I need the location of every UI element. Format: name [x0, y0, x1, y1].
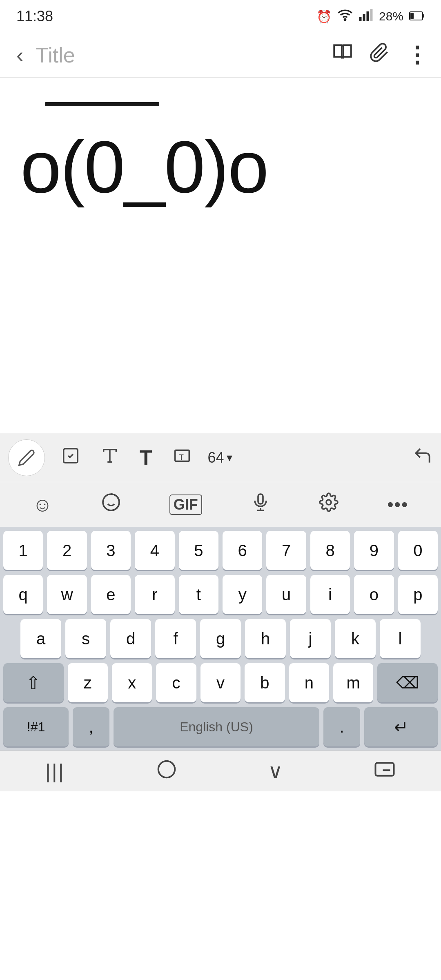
- content-area[interactable]: o(0_0)o: [0, 78, 441, 433]
- key-s[interactable]: s: [65, 619, 106, 658]
- font-size-selector[interactable]: 64 ▾: [208, 449, 232, 466]
- return-key[interactable]: ↵: [364, 707, 438, 746]
- font-size-dropdown-icon: ▾: [227, 451, 232, 464]
- symbols-key[interactable]: !#1: [3, 707, 69, 746]
- number-row: 1 2 3 4 5 6 7 8 9 0: [3, 531, 438, 570]
- status-time: 11:38: [16, 8, 53, 25]
- key-1[interactable]: 1: [3, 531, 43, 570]
- key-8[interactable]: 8: [310, 531, 350, 570]
- key-e[interactable]: e: [91, 575, 131, 614]
- key-x[interactable]: x: [112, 663, 152, 702]
- note-title[interactable]: Title: [36, 43, 75, 67]
- top-bar: ‹ Title ⋮: [0, 33, 441, 78]
- status-icons: ⏰ 28%: [316, 7, 425, 26]
- key-0[interactable]: 0: [398, 531, 438, 570]
- text-format-icon[interactable]: T: [136, 442, 156, 474]
- svg-rect-6: [423, 14, 424, 18]
- svg-point-19: [326, 500, 331, 505]
- bottom-row: !#1 , English (US) . ↵: [3, 707, 438, 746]
- microphone-button[interactable]: [251, 492, 270, 517]
- sticker-button[interactable]: [101, 492, 121, 517]
- key-3[interactable]: 3: [91, 531, 131, 570]
- svg-rect-1: [359, 17, 361, 21]
- period-key[interactable]: .: [323, 707, 360, 746]
- back-button[interactable]: ‹: [12, 39, 27, 71]
- emoji-button[interactable]: ☺: [33, 493, 53, 516]
- keyboard: 1 2 3 4 5 6 7 8 9 0 q w e r t y u i o p …: [0, 527, 441, 751]
- signal-icon: [359, 8, 373, 25]
- keyboard-toolbar: T T 64 ▾: [0, 433, 441, 482]
- svg-point-0: [344, 19, 345, 20]
- backspace-key[interactable]: ⌫: [377, 663, 438, 702]
- keyboard-nav-icon[interactable]: [374, 758, 396, 784]
- key-4[interactable]: 4: [135, 531, 174, 570]
- key-5[interactable]: 5: [179, 531, 218, 570]
- note-content[interactable]: o(0_0)o: [20, 127, 268, 207]
- key-a[interactable]: a: [20, 619, 61, 658]
- key-l[interactable]: l: [380, 619, 421, 658]
- key-b[interactable]: b: [245, 663, 285, 702]
- shift-key[interactable]: ⇧: [3, 663, 64, 702]
- text-size-icon[interactable]: [96, 442, 123, 473]
- key-t[interactable]: t: [179, 575, 218, 614]
- key-r[interactable]: r: [135, 575, 174, 614]
- undo-button[interactable]: [412, 445, 433, 470]
- key-n[interactable]: n: [289, 663, 329, 702]
- key-2[interactable]: 2: [47, 531, 87, 570]
- book-icon[interactable]: [332, 42, 353, 67]
- handwrite-button[interactable]: [8, 439, 45, 476]
- menu-nav-icon[interactable]: |||: [45, 760, 65, 783]
- key-f[interactable]: f: [155, 619, 196, 658]
- gif-button[interactable]: GIF: [169, 494, 202, 515]
- settings-button[interactable]: [319, 492, 339, 517]
- more-button[interactable]: •••: [387, 494, 408, 515]
- key-y[interactable]: y: [223, 575, 262, 614]
- key-6[interactable]: 6: [223, 531, 262, 570]
- key-j[interactable]: j: [290, 619, 331, 658]
- home-nav-icon[interactable]: [156, 758, 178, 784]
- key-9[interactable]: 9: [354, 531, 394, 570]
- comma-key[interactable]: ,: [73, 707, 109, 746]
- key-w[interactable]: w: [47, 575, 87, 614]
- key-p[interactable]: p: [398, 575, 438, 614]
- wifi-icon: [337, 7, 353, 26]
- status-bar: 11:38 ⏰ 28%: [0, 0, 441, 33]
- space-key[interactable]: English (US): [114, 707, 319, 746]
- key-i[interactable]: i: [310, 575, 350, 614]
- key-c[interactable]: c: [156, 663, 196, 702]
- key-k[interactable]: k: [335, 619, 376, 658]
- back-nav-icon[interactable]: ∨: [268, 760, 283, 783]
- more-options-icon[interactable]: ⋮: [406, 42, 429, 68]
- key-q[interactable]: q: [3, 575, 43, 614]
- key-d[interactable]: d: [110, 619, 151, 658]
- key-u[interactable]: u: [266, 575, 306, 614]
- bottom-nav: ||| ∨: [0, 751, 441, 791]
- alarm-icon: ⏰: [316, 9, 332, 24]
- text-box-icon[interactable]: T: [169, 442, 196, 473]
- checkbox-icon[interactable]: [57, 442, 84, 473]
- battery-icon: [409, 9, 425, 23]
- key-g[interactable]: g: [200, 619, 241, 658]
- top-bar-right: ⋮: [332, 42, 429, 68]
- asdf-row: a s d f g h j k l: [3, 619, 438, 658]
- svg-text:T: T: [179, 452, 184, 461]
- qwerty-row: q w e r t y u i o p: [3, 575, 438, 614]
- svg-rect-16: [258, 494, 263, 504]
- svg-rect-2: [363, 14, 365, 21]
- key-m[interactable]: m: [333, 663, 373, 702]
- key-v[interactable]: v: [200, 663, 241, 702]
- emoji-row: ☺ GIF •••: [0, 482, 441, 527]
- svg-rect-21: [376, 763, 394, 776]
- svg-rect-4: [370, 9, 372, 21]
- svg-rect-7: [410, 13, 414, 19]
- key-h[interactable]: h: [245, 619, 286, 658]
- key-z[interactable]: z: [68, 663, 108, 702]
- top-bar-left: ‹ Title: [12, 39, 75, 71]
- zxcv-row: ⇧ z x c v b n m ⌫: [3, 663, 438, 702]
- svg-rect-20: [158, 761, 175, 777]
- svg-rect-3: [366, 11, 369, 21]
- key-7[interactable]: 7: [266, 531, 306, 570]
- paperclip-icon[interactable]: [369, 42, 390, 67]
- key-o[interactable]: o: [354, 575, 394, 614]
- handwriting-decoration: [45, 102, 159, 106]
